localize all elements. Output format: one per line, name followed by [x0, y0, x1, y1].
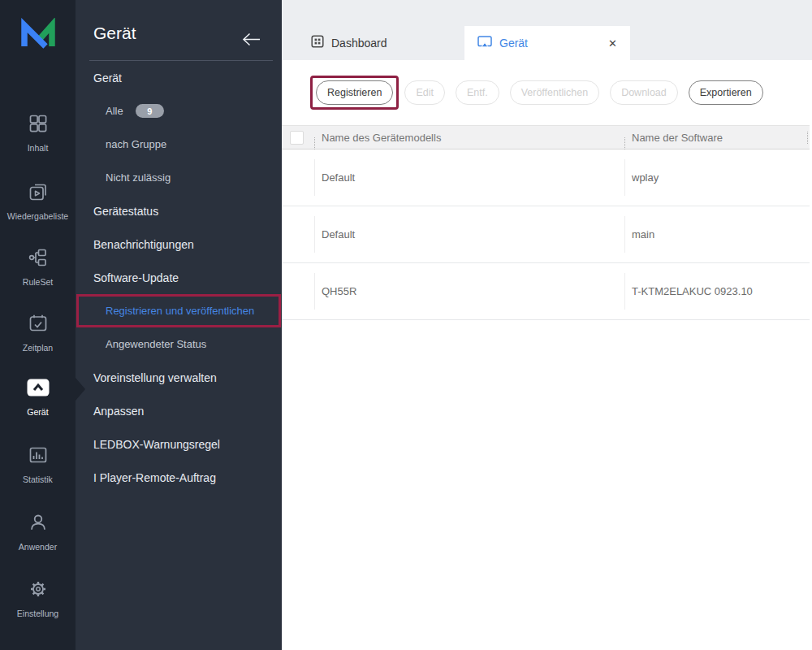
user-icon — [28, 512, 49, 536]
tab-geraet[interactable]: Gerät ✕ — [464, 26, 630, 60]
sidebar-item-benachrichtigungen[interactable]: Benachrichtigungen — [76, 228, 282, 261]
rail-item-label: Inhalt — [28, 143, 49, 153]
cast-screen-icon — [477, 35, 492, 52]
magicinfo-app: Inhalt Wiedergabeliste RuleSet — [0, 0, 812, 650]
sidebar-item-registrieren-und-veroeffentlichen[interactable]: Registrieren und veröffentlichen — [76, 294, 281, 327]
sidebar-item-voreinstellung-verwalten[interactable]: Voreinstellung verwalten — [76, 361, 282, 394]
sidebar-item-i-player-remote-auftrag[interactable]: I Player-Remote-Auftrag — [76, 461, 282, 494]
rail-item-anwender[interactable]: Anwender — [0, 512, 76, 552]
header-checkbox-cell — [282, 131, 314, 145]
tab-strip: Dashboard Gerät ✕ — [282, 0, 812, 60]
tab-label: Dashboard — [331, 37, 387, 50]
toolbar: Registrieren Edit Entf. Veröffentlichen … — [282, 60, 812, 125]
tab-dashboard[interactable]: Dashboard — [311, 26, 387, 60]
sidebar-item-nicht-zulaessig[interactable]: Nicht zulässig — [76, 161, 282, 194]
rail-item-label: Wiedergabeliste — [7, 211, 68, 221]
collapse-sidebar-button[interactable] — [242, 32, 261, 50]
sidebar-item-geraet[interactable]: Gerät — [76, 61, 282, 94]
tab-label: Gerät — [499, 37, 528, 50]
rail-item-zeitplan[interactable]: Zeitplan — [0, 313, 76, 353]
dashboard-icon — [311, 35, 324, 51]
edit-button[interactable]: Edit — [404, 80, 445, 105]
sidebar-menu: Gerät Alle 9 nach Gruppe Nicht zulässig … — [76, 61, 282, 494]
table-row[interactable]: Default wplay — [282, 150, 810, 206]
icon-rail: Inhalt Wiedergabeliste RuleSet — [0, 0, 76, 650]
table-header-row: Name des Gerätemodells Name der Software — [282, 125, 810, 150]
sidebar-item-nach-gruppe[interactable]: nach Gruppe — [76, 128, 282, 161]
rail-item-einstellung[interactable]: Einstellung — [0, 578, 76, 618]
software-cell: T-KTM2ELAKUC 0923.10 — [624, 263, 810, 319]
select-all-checkbox[interactable] — [290, 131, 304, 145]
table-row[interactable]: QH55R T-KTM2ELAKUC 0923.10 — [282, 263, 810, 320]
rail-item-label: Gerät — [27, 407, 48, 417]
delete-button[interactable]: Entf. — [456, 80, 499, 105]
close-tab-icon[interactable]: ✕ — [608, 37, 617, 50]
device-icon — [26, 376, 50, 401]
settings-icon — [28, 578, 49, 603]
rail-item-inhalt[interactable]: Inhalt — [0, 113, 76, 153]
statistics-icon — [28, 444, 49, 469]
rail-item-label: Anwender — [19, 542, 57, 552]
model-cell: Default — [314, 206, 624, 262]
magicinfo-logo[interactable] — [18, 18, 58, 54]
sidebar-title: Gerät — [93, 24, 136, 43]
table-row[interactable]: Default main — [282, 206, 810, 263]
schedule-icon — [28, 313, 49, 337]
model-cell: QH55R — [314, 263, 624, 319]
annotation-box-registrieren: Registrieren — [310, 76, 399, 110]
ruleset-icon — [28, 247, 49, 271]
rail-item-wiedergabeliste[interactable]: Wiedergabeliste — [0, 181, 76, 221]
sidebar-item-software-update[interactable]: Software-Update — [76, 261, 282, 294]
sidebar: Gerät Gerät Alle 9 nach Gruppe Nicht zul… — [76, 0, 282, 650]
exportieren-button[interactable]: Exportieren — [689, 80, 763, 105]
device-count-badge: 9 — [136, 104, 164, 118]
rail-item-ruleset[interactable]: RuleSet — [0, 247, 76, 287]
download-button[interactable]: Download — [610, 80, 678, 105]
selected-section-notch — [76, 378, 85, 401]
sidebar-item-alle[interactable]: Alle 9 — [76, 94, 282, 128]
software-cell: wplay — [624, 150, 810, 206]
rail-item-label: Statistik — [23, 474, 53, 484]
rail-item-label: RuleSet — [23, 277, 53, 287]
registrieren-button[interactable]: Registrieren — [316, 80, 393, 105]
playlist-icon — [28, 181, 49, 206]
sidebar-item-angewendeter-status[interactable]: Angewendeter Status — [76, 327, 282, 361]
sidebar-item-geraetestatus[interactable]: Gerätestatus — [76, 194, 282, 228]
grid-icon — [28, 113, 49, 137]
rail-item-label: Einstellung — [17, 609, 58, 618]
software-cell: main — [624, 206, 810, 262]
column-header-model[interactable]: Name des Gerätemodells — [314, 132, 624, 144]
main-content: Dashboard Gerät ✕ Registrieren Edit Entf… — [282, 0, 812, 650]
veroeffentlichen-button[interactable]: Veröffentlichen — [510, 80, 599, 105]
column-header-software[interactable]: Name der Software — [624, 132, 810, 144]
model-cell: Default — [314, 150, 624, 206]
sidebar-item-anpassen[interactable]: Anpassen — [76, 394, 282, 427]
software-table: Name des Gerätemodells Name der Software… — [282, 125, 810, 320]
sidebar-item-ledbox-warnungsregel[interactable]: LEDBOX-Warnungsregel — [76, 427, 282, 461]
rail-item-label: Zeitplan — [23, 343, 53, 353]
rail-item-statistik[interactable]: Statistik — [0, 444, 76, 484]
rail-item-geraet[interactable]: Gerät — [0, 376, 76, 417]
